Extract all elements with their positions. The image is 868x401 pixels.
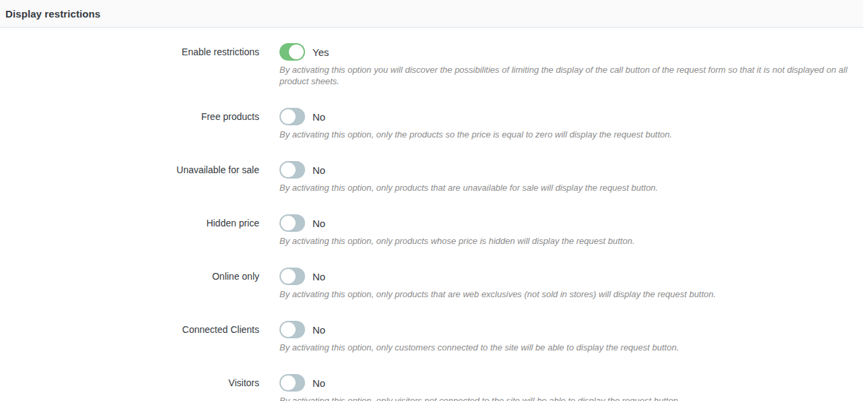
setting-control: No By activating this option, only the p… bbox=[279, 108, 863, 140]
setting-control: Yes By activating this option you will d… bbox=[279, 43, 863, 87]
toggle-knob-icon bbox=[289, 44, 304, 59]
settings-form: Enable restrictions Yes By activating th… bbox=[0, 28, 863, 401]
switch-line: No bbox=[279, 268, 863, 285]
toggle-state-label: Yes bbox=[312, 47, 329, 58]
setting-description: By activating this option, only products… bbox=[279, 235, 863, 247]
display-restrictions-panel: Display restrictions Enable restrictions… bbox=[0, 0, 863, 401]
toggle-state-label: No bbox=[312, 377, 325, 389]
setting-label: Unavailable for sale bbox=[0, 161, 259, 176]
switch-line: Yes bbox=[279, 43, 863, 61]
setting-label: Free products bbox=[0, 108, 259, 123]
page-title: Display restrictions bbox=[5, 8, 100, 20]
setting-control: No By activating this option, only produ… bbox=[279, 214, 863, 247]
toggle-state-label: No bbox=[312, 218, 325, 229]
setting-row: Hidden price No By activating this optio… bbox=[0, 214, 863, 247]
setting-description: By activating this option, only products… bbox=[279, 182, 863, 193]
toggle-knob-icon bbox=[281, 322, 296, 337]
toggle-knob-icon bbox=[281, 216, 296, 230]
toggle-switch-connected-clients[interactable] bbox=[279, 321, 305, 338]
switch-line: No bbox=[279, 161, 863, 179]
toggle-knob-icon bbox=[281, 162, 296, 177]
setting-label: Online only bbox=[0, 268, 259, 282]
toggle-knob-icon bbox=[281, 109, 296, 124]
toggle-switch-free-products[interactable] bbox=[279, 108, 305, 125]
switch-line: No bbox=[279, 321, 863, 338]
setting-row: Unavailable for sale No By activating th… bbox=[0, 161, 863, 193]
toggle-state-label: No bbox=[312, 164, 325, 176]
setting-row: Enable restrictions Yes By activating th… bbox=[0, 43, 863, 87]
toggle-state-label: No bbox=[312, 324, 325, 336]
setting-description: By activating this option, only customer… bbox=[279, 342, 863, 353]
toggle-switch-online-only[interactable] bbox=[279, 268, 305, 285]
toggle-knob-icon bbox=[281, 269, 296, 284]
setting-row: Visitors No By activating this option, o… bbox=[0, 374, 863, 401]
toggle-state-label: No bbox=[312, 271, 325, 282]
setting-description: By activating this option, only visitors… bbox=[279, 395, 863, 401]
setting-control: No By activating this option, only produ… bbox=[279, 161, 863, 193]
toggle-switch-hidden-price[interactable] bbox=[279, 214, 305, 232]
setting-label: Enable restrictions bbox=[0, 43, 259, 58]
setting-description: By activating this option, only the prod… bbox=[279, 129, 863, 140]
setting-label: Visitors bbox=[0, 374, 259, 389]
setting-description: By activating this option you will disco… bbox=[279, 64, 863, 87]
toggle-knob-icon bbox=[281, 375, 296, 390]
setting-label: Connected Clients bbox=[0, 321, 259, 336]
setting-row: Connected Clients No By activating this … bbox=[0, 321, 863, 353]
toggle-switch-enable-restrictions[interactable] bbox=[279, 43, 305, 61]
setting-label: Hidden price bbox=[0, 214, 259, 229]
toggle-switch-visitors[interactable] bbox=[279, 374, 305, 392]
toggle-switch-unavailable-for-sale[interactable] bbox=[279, 161, 305, 179]
panel-header: Display restrictions bbox=[0, 0, 863, 28]
setting-row: Online only No By activating this option… bbox=[0, 268, 863, 300]
switch-line: No bbox=[279, 108, 863, 125]
setting-row: Free products No By activating this opti… bbox=[0, 108, 863, 140]
toggle-state-label: No bbox=[312, 111, 325, 123]
switch-line: No bbox=[279, 374, 863, 392]
setting-control: No By activating this option, only custo… bbox=[279, 321, 863, 353]
setting-control: No By activating this option, only visit… bbox=[279, 374, 863, 401]
switch-line: No bbox=[279, 214, 863, 232]
setting-control: No By activating this option, only produ… bbox=[279, 268, 863, 300]
setting-description: By activating this option, only products… bbox=[279, 288, 863, 300]
